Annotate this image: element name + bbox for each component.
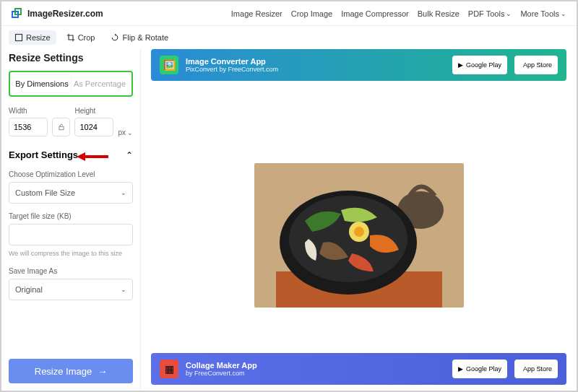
app-store-button[interactable]: App Store <box>514 360 558 378</box>
save-as-label: Save Image As <box>9 267 133 275</box>
play-icon: ▶ <box>458 365 463 373</box>
tab-resize[interactable]: Resize <box>9 30 56 45</box>
nav: Image Resizer Crop Image Image Compresso… <box>231 9 566 18</box>
banner-title: Collage Maker App <box>186 361 445 370</box>
resize-image-button[interactable]: Resize Image → <box>9 359 133 383</box>
optimization-select[interactable]: Custom File Size ⌄ <box>9 182 133 204</box>
target-size-label: Target file size (KB) <box>9 212 133 220</box>
lock-icon <box>57 123 66 131</box>
tab-as-percentage[interactable]: As Percentage <box>71 75 129 92</box>
toolbar: Resize Crop Flip & Rotate <box>1 26 577 49</box>
preview-image[interactable] <box>254 163 464 308</box>
crop-icon <box>66 33 75 42</box>
resize-settings-title: Resize Settings <box>9 52 133 64</box>
unit-selector[interactable]: px⌄ <box>118 129 133 136</box>
tab-crop[interactable]: Crop <box>61 30 101 45</box>
logo-icon <box>12 8 23 19</box>
nav-bulk-resize[interactable]: Bulk Resize <box>418 9 460 18</box>
play-icon: ▶ <box>458 61 463 69</box>
google-play-button[interactable]: ▶Google Play <box>452 56 507 74</box>
svg-point-10 <box>354 227 364 237</box>
lock-aspect-button[interactable] <box>52 118 70 136</box>
export-settings-title: Export Settings <box>9 149 78 160</box>
logo-text: ImageResizer.com <box>27 9 103 19</box>
nav-image-resizer[interactable]: Image Resizer <box>231 9 282 18</box>
app-icon: ▦ <box>160 360 178 378</box>
width-input[interactable] <box>9 118 48 136</box>
ad-banner-top[interactable]: 🖼️ Image Converter App PixConvert by Fre… <box>151 49 566 81</box>
target-size-input[interactable] <box>9 224 133 245</box>
optimization-label: Choose Optimization Level <box>9 170 133 178</box>
nav-crop-image[interactable]: Crop Image <box>291 9 332 18</box>
banner-title: Image Converter App <box>186 57 445 66</box>
header: ImageResizer.com Image Resizer Crop Imag… <box>1 1 577 26</box>
chevron-down-icon: ⌄ <box>506 10 512 17</box>
resize-mode-tabs: By Dimensions As Percentage <box>9 71 133 97</box>
content-area: 🖼️ Image Converter App PixConvert by Fre… <box>141 49 577 389</box>
svg-rect-1 <box>59 126 64 130</box>
save-as-select[interactable]: Original ⌄ <box>9 279 133 300</box>
width-label: Width <box>9 107 48 115</box>
ad-banner-bottom[interactable]: ▦ Collage Maker App by FreeConvert.com ▶… <box>151 353 566 385</box>
sidebar: Resize Settings By Dimensions As Percent… <box>1 49 141 389</box>
rotate-icon <box>111 33 119 42</box>
nav-pdf-tools[interactable]: PDF Tools⌄ <box>468 9 512 18</box>
resize-icon <box>14 33 23 42</box>
chevron-down-icon: ⌄ <box>121 189 126 196</box>
google-play-button[interactable]: ▶Google Play <box>452 360 507 378</box>
annotation-arrow <box>77 151 108 162</box>
height-label: Height <box>74 107 113 115</box>
dimensions-row: Width Height px⌄ <box>9 107 133 136</box>
chevron-down-icon: ⌄ <box>561 10 566 17</box>
target-size-help: We will compress the image to this size <box>9 250 133 257</box>
arrow-right-icon: → <box>98 366 107 377</box>
chevron-up-icon: ⌃ <box>126 150 133 160</box>
chevron-down-icon: ⌄ <box>127 129 133 136</box>
image-preview <box>141 81 577 389</box>
banner-subtitle: PixConvert by FreeConvert.com <box>186 66 445 73</box>
chevron-down-icon: ⌄ <box>121 286 126 293</box>
app-icon: 🖼️ <box>160 56 178 74</box>
logo[interactable]: ImageResizer.com <box>12 8 103 19</box>
svg-rect-0 <box>16 35 22 41</box>
height-input[interactable] <box>74 118 113 136</box>
tab-flip-rotate[interactable]: Flip & Rotate <box>105 30 174 45</box>
app-store-button[interactable]: App Store <box>514 56 558 74</box>
nav-image-compressor[interactable]: Image Compressor <box>341 9 409 18</box>
banner-subtitle: by FreeConvert.com <box>186 370 445 377</box>
nav-more-tools[interactable]: More Tools⌄ <box>520 9 566 18</box>
svg-marker-3 <box>77 152 85 161</box>
export-settings-header[interactable]: Export Settings ⌃ <box>9 149 133 160</box>
tab-by-dimensions[interactable]: By Dimensions <box>13 75 71 92</box>
